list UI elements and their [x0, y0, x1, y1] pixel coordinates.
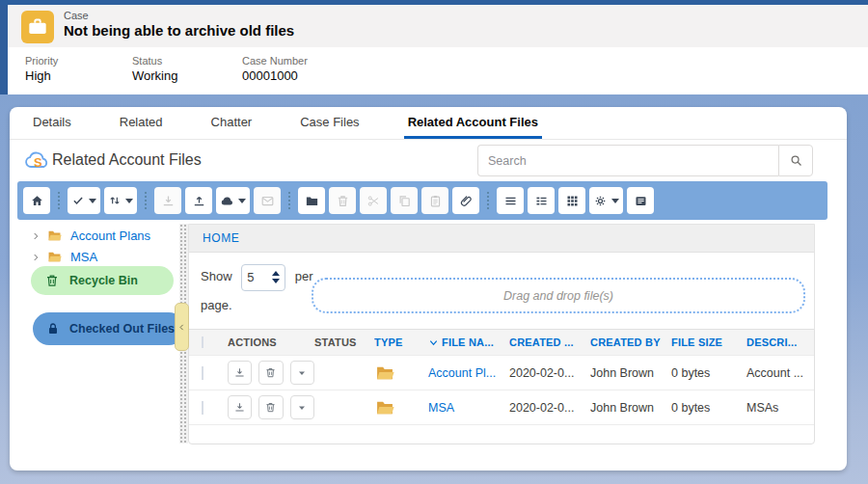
- stepper-arrows[interactable]: [272, 271, 280, 283]
- files-table: ACTIONS STATUS TYPE FILE NA... CREATED .…: [188, 329, 815, 444]
- trash-icon: [264, 366, 277, 379]
- search-input[interactable]: [477, 145, 778, 176]
- file-name-link[interactable]: MSA: [428, 401, 454, 415]
- row-actions: [228, 361, 314, 385]
- case-title-area: Case Not being able to archive old files: [8, 5, 868, 47]
- toolbar-separator: [288, 192, 290, 209]
- row-checkbox[interactable]: [202, 401, 203, 415]
- row-menu-button[interactable]: [290, 395, 314, 419]
- checked-out-files-button[interactable]: Checked Out Files: [33, 312, 185, 345]
- delete-button[interactable]: [329, 187, 356, 214]
- cloud-upload-button[interactable]: [216, 187, 250, 214]
- breadcrumb-home[interactable]: HOME: [203, 231, 239, 245]
- controls-row: Show 5 per page. Drag and drop file(s): [189, 253, 814, 327]
- email-icon: [260, 194, 275, 208]
- tab-related[interactable]: Related: [116, 107, 167, 139]
- table-row: Account Pl... 2020-02-0... John Brown 0 …: [189, 355, 814, 390]
- case-header-panel: Case Not being able to archive old files…: [8, 5, 868, 94]
- stepper-up-icon[interactable]: [272, 271, 280, 276]
- dropzone-text: Drag and drop file(s): [503, 289, 613, 303]
- sdrive-cloud-icon: S: [25, 150, 50, 172]
- select-all-checkbox[interactable]: [202, 336, 203, 348]
- attach-icon: [459, 194, 474, 208]
- row-file-size: 0 bytes: [671, 366, 746, 380]
- upload-button[interactable]: [185, 187, 212, 214]
- row-description: Account ...: [746, 366, 814, 380]
- tab-details[interactable]: Details: [29, 107, 75, 139]
- folder-icon: [374, 363, 395, 383]
- checked-out-files-label: Checked Out Files: [69, 322, 175, 336]
- page-size-stepper[interactable]: 5: [241, 264, 285, 291]
- cut-icon: [366, 194, 381, 208]
- cloud-icon: [220, 194, 234, 208]
- sidebar-collapse-button[interactable]: [175, 303, 189, 351]
- row-menu-button[interactable]: [290, 361, 314, 385]
- row-created-by: John Brown: [590, 401, 671, 415]
- case-icon: [21, 11, 54, 43]
- settings-button[interactable]: [589, 187, 623, 214]
- chevron-right-icon[interactable]: [31, 253, 41, 262]
- email-button[interactable]: [254, 187, 281, 214]
- search-button[interactable]: [778, 145, 813, 176]
- select-check-icon: [71, 194, 85, 207]
- page-size-value[interactable]: 5: [247, 263, 272, 292]
- file-name-link[interactable]: Account Pl...: [428, 366, 496, 380]
- sort-button[interactable]: [104, 187, 137, 214]
- column-header-type[interactable]: TYPE: [374, 336, 428, 348]
- page-title: Not being able to archive old files: [64, 22, 294, 39]
- folder-label[interactable]: MSA: [70, 250, 97, 264]
- per-label: per: [295, 269, 313, 283]
- sort-chevron-down-icon: [428, 337, 439, 348]
- tab-chatter[interactable]: Chatter: [207, 107, 257, 139]
- recycle-bin-button[interactable]: Recycle Bin: [31, 266, 174, 295]
- column-header-created-by[interactable]: CREATED BY: [590, 336, 671, 348]
- attach-button[interactable]: [452, 187, 479, 214]
- toolbar-separator: [487, 192, 489, 209]
- row-download-button[interactable]: [228, 361, 252, 385]
- file-toolbar: [17, 181, 827, 220]
- page-size-control: Show 5 per page.: [201, 262, 314, 320]
- main-card: Details Related Chatter Case Files Relat…: [10, 107, 847, 471]
- field-priority: Priority High: [25, 55, 128, 94]
- tab-bar: Details Related Chatter Case Files Relat…: [10, 107, 847, 140]
- row-description: MSAs: [746, 401, 814, 415]
- cut-button[interactable]: [360, 187, 387, 214]
- tab-related-account-files[interactable]: Related Account Files: [404, 107, 542, 139]
- row-checkbox[interactable]: [202, 366, 203, 380]
- list-view-button[interactable]: [497, 187, 524, 214]
- stepper-down-icon[interactable]: [272, 279, 280, 283]
- toolbar-separator: [58, 192, 60, 209]
- column-header-description[interactable]: DESCRI...: [746, 336, 814, 348]
- detail-view-button[interactable]: [528, 187, 555, 214]
- row-download-button[interactable]: [228, 395, 252, 419]
- home-button[interactable]: [23, 187, 50, 214]
- row-type: [374, 398, 428, 417]
- sidebar-folder-account-plans[interactable]: Account Plans: [31, 227, 179, 245]
- card-view-button[interactable]: [627, 187, 654, 214]
- caret-down-icon: [296, 367, 308, 379]
- folder-icon: [46, 229, 63, 243]
- row-delete-button[interactable]: [258, 395, 283, 419]
- column-header-file-name[interactable]: FILE NA...: [428, 336, 509, 348]
- file-dropzone[interactable]: Drag and drop file(s): [312, 278, 805, 313]
- row-delete-button[interactable]: [258, 361, 283, 385]
- search-icon: [789, 153, 803, 168]
- copy-button[interactable]: [391, 187, 418, 214]
- caret-down-icon: [125, 199, 133, 203]
- new-folder-button[interactable]: [298, 187, 325, 214]
- column-header-file-size[interactable]: FILE SIZE: [671, 336, 746, 348]
- tab-case-files[interactable]: Case Files: [296, 107, 363, 139]
- select-all-button[interactable]: [68, 187, 100, 214]
- breadcrumb-bar: HOME: [189, 225, 814, 253]
- table-row: MSA 2020-02-0... John Brown 0 bytes MSAs: [189, 390, 814, 424]
- chevron-right-icon[interactable]: [31, 231, 41, 241]
- row-created: 2020-02-0...: [509, 366, 590, 380]
- column-header-created[interactable]: CREATED ...: [509, 336, 590, 348]
- field-status: Status Working: [132, 55, 238, 94]
- folder-sidebar: Account Plans MSA Recycle Bin Checked Ou…: [17, 224, 179, 444]
- paste-button[interactable]: [421, 187, 448, 214]
- folder-label[interactable]: Account Plans: [70, 229, 150, 243]
- sidebar-folder-msa[interactable]: MSA: [31, 248, 179, 266]
- grid-view-button[interactable]: [558, 187, 585, 214]
- download-button[interactable]: [154, 187, 181, 214]
